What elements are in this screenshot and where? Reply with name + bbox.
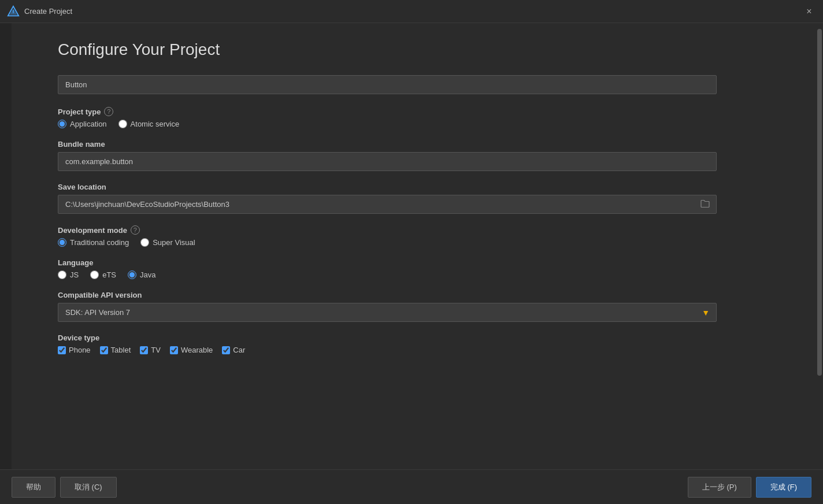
radio-ets-label: eTS <box>102 270 116 279</box>
radio-js[interactable]: JS <box>58 270 79 279</box>
left-sidebar <box>0 23 12 469</box>
page-title: Configure Your Project <box>58 40 717 59</box>
folder-icon <box>700 199 710 207</box>
footer-right-buttons: 上一步 (P) 完成 (F) <box>688 477 811 498</box>
development-mode-label: Development mode ? <box>58 225 717 235</box>
radio-super-visual-label: Super Visual <box>153 238 195 247</box>
save-location-label: Save location <box>58 183 717 191</box>
language-label: Language <box>58 258 717 267</box>
device-type-label: Device type <box>58 333 717 342</box>
radio-java[interactable]: Java <box>128 270 155 279</box>
radio-traditional-coding[interactable]: Traditional coding <box>58 238 129 247</box>
api-version-label: Compatible API version <box>58 291 717 299</box>
finish-button[interactable]: 完成 (F) <box>756 477 811 498</box>
development-mode-radio-group: Traditional coding Super Visual <box>58 238 717 247</box>
footer-left-buttons: 帮助 取消 (C) <box>12 477 117 498</box>
checkbox-phone[interactable]: Phone <box>58 346 91 354</box>
radio-java-label: Java <box>140 270 155 279</box>
cancel-button[interactable]: 取消 (C) <box>60 477 117 498</box>
radio-application[interactable]: Application <box>58 120 107 128</box>
radio-js-label: JS <box>70 270 79 279</box>
project-type-radio-group: Application Atomic service <box>58 120 717 128</box>
checkbox-tv-label: TV <box>151 346 161 354</box>
scrollbar-track[interactable] <box>816 23 823 469</box>
project-type-help-icon[interactable]: ? <box>104 107 113 116</box>
bundle-name-input[interactable] <box>58 152 717 171</box>
title-bar: Create Project × <box>0 0 823 23</box>
api-version-select-wrapper: SDK: API Version 5 SDK: API Version 6 SD… <box>58 303 717 322</box>
radio-atomic-service-label: Atomic service <box>131 120 180 128</box>
template-name-input[interactable] <box>58 75 717 94</box>
footer: 帮助 取消 (C) 上一步 (P) 完成 (F) <box>0 469 823 504</box>
dialog-title: Create Project <box>24 7 72 16</box>
app-logo <box>7 5 20 18</box>
save-location-input[interactable] <box>58 195 717 214</box>
checkbox-car[interactable]: Car <box>222 346 245 354</box>
api-version-select[interactable]: SDK: API Version 5 SDK: API Version 6 SD… <box>58 303 717 322</box>
scrollbar-thumb[interactable] <box>817 29 822 376</box>
checkbox-tablet[interactable]: Tablet <box>100 346 131 354</box>
checkbox-phone-label: Phone <box>69 346 91 354</box>
radio-atomic-service[interactable]: Atomic service <box>118 120 180 128</box>
language-radio-group: JS eTS Java <box>58 270 717 279</box>
checkbox-wearable[interactable]: Wearable <box>170 346 213 354</box>
checkbox-tv[interactable]: TV <box>140 346 161 354</box>
development-mode-help-icon[interactable]: ? <box>131 225 140 235</box>
checkbox-wearable-label: Wearable <box>181 346 213 354</box>
radio-traditional-label: Traditional coding <box>70 238 129 247</box>
save-location-wrapper <box>58 195 717 214</box>
radio-ets[interactable]: eTS <box>90 270 116 279</box>
prev-button[interactable]: 上一步 (P) <box>688 477 751 498</box>
project-type-label: Project type ? <box>58 107 717 116</box>
radio-application-label: Application <box>70 120 107 128</box>
device-type-checkbox-group: Phone Tablet TV Wearable Car <box>58 346 717 354</box>
help-button[interactable]: 帮助 <box>12 477 55 498</box>
folder-browse-button[interactable] <box>698 198 712 210</box>
checkbox-car-label: Car <box>233 346 245 354</box>
close-button[interactable]: × <box>802 5 816 18</box>
radio-super-visual[interactable]: Super Visual <box>140 238 195 247</box>
checkbox-tablet-label: Tablet <box>111 346 131 354</box>
bundle-name-label: Bundle name <box>58 140 717 149</box>
